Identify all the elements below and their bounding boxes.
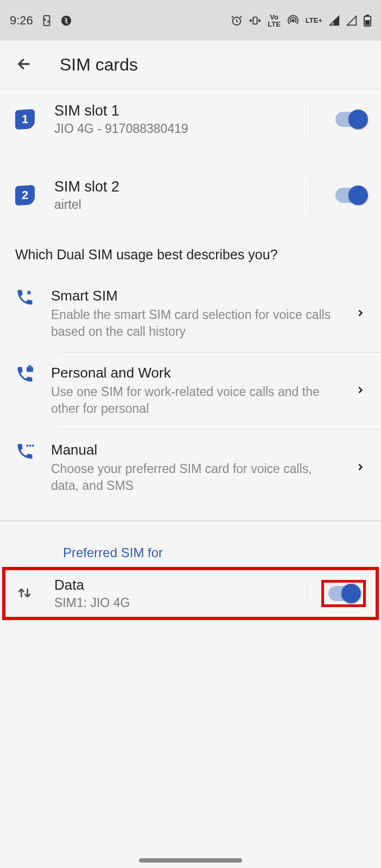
personal-work-row[interactable]: Personal and Work Use one SIM for work-r… [0,353,381,429]
svg-rect-6 [366,15,369,16]
svg-rect-7 [365,20,370,25]
smart-sim-title: Smart SIM [51,288,339,304]
phone-briefcase-icon [15,365,35,384]
vibrate-icon [249,15,261,27]
lte-indicator: LTE+ [306,17,322,24]
nav-handle[interactable] [139,858,242,863]
sim-1-subtitle: JIO 4G - 917088380419 [54,122,316,136]
phone-star-icon [15,288,35,307]
dual-sim-question: Which Dual SIM usage best describes you? [0,225,381,276]
sim-1-title: SIM slot 1 [54,103,316,119]
sim-1-toggle[interactable] [335,112,366,127]
smart-sim-subtitle: Enable the smart SIM card selection for … [51,307,339,340]
volte-indicator: Vo LTE [268,14,281,28]
smart-sim-row[interactable]: Smart SIM Enable the smart SIM card sele… [0,276,381,352]
svg-rect-3 [253,17,257,24]
phone-dots-icon [15,442,35,461]
svg-point-11 [29,445,31,447]
signal-1-icon [329,15,340,26]
preferred-data-row[interactable]: Data SIM1: JIO 4G [9,572,372,615]
sim-2-badge-icon: 2 [15,185,35,206]
battery-icon [364,15,371,27]
app-bar: SIM cards [0,41,381,90]
chevron-right-icon [355,308,366,321]
svg-point-12 [32,445,34,447]
back-button[interactable] [15,55,33,75]
phone-sync-icon [41,15,53,27]
data-subtitle: SIM1: JIO 4G [54,596,302,610]
personal-work-subtitle: Use one SIM for work-related voice calls… [51,384,339,417]
data-row-highlight: Data SIM1: JIO 4G [2,567,379,620]
svg-point-4 [292,20,294,22]
svg-rect-0 [43,15,49,25]
hotspot-icon [287,15,299,27]
sim-slot-1-row[interactable]: 1 SIM slot 1 JIO 4G - 917088380419 [0,90,381,149]
svg-point-10 [27,445,29,447]
page-title: SIM cards [60,55,138,75]
sim-2-subtitle: airtel [54,197,316,212]
data-title: Data [54,577,302,593]
data-toggle[interactable] [328,586,359,601]
data-toggle-highlight [321,580,366,607]
preferred-sim-header: Preferred SIM for [0,521,381,567]
sim-slot-2-row[interactable]: 2 SIM slot 2 airtel [0,165,381,225]
signal-2-icon [346,15,357,26]
data-arrows-icon [15,584,35,603]
status-time: 9:26 [10,14,33,28]
sim-2-toggle[interactable] [335,188,366,203]
sim-2-title: SIM slot 2 [54,178,316,195]
svg-rect-9 [28,366,31,367]
manual-subtitle: Choose your preferred SIM card for voice… [51,461,339,494]
manual-title: Manual [51,442,339,458]
chevron-right-icon [355,385,366,398]
shazam-icon [60,15,72,27]
manual-row[interactable]: Manual Choose your preferred SIM card fo… [0,430,381,506]
status-bar: 9:26 Vo LTE LTE+ [0,0,381,41]
sim-1-badge-icon: 1 [15,109,35,130]
personal-work-title: Personal and Work [51,365,339,381]
chevron-right-icon [355,462,366,475]
svg-rect-8 [27,367,33,372]
alarm-icon [231,15,243,27]
